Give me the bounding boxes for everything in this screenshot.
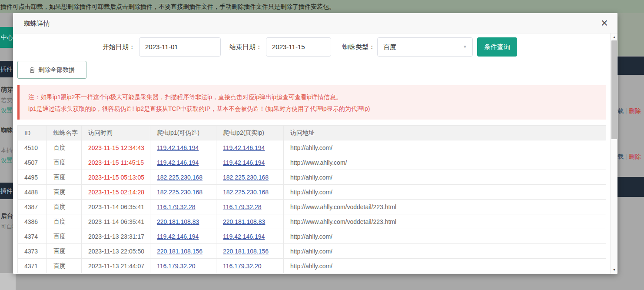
cell-visit-url: http://ahlly.com/ xyxy=(284,259,606,273)
chevron-down-icon: ▼ xyxy=(463,38,467,56)
table-row: 4386百度2023-11-14 06:35:41220.181.108.832… xyxy=(18,214,606,229)
backdrop-table-header-left-1: 插件 xyxy=(0,61,13,77)
cell-ip1-link[interactable]: 119.42.146.194 xyxy=(157,144,199,151)
backdrop-settings-link-1: 设置 xyxy=(1,107,14,114)
cell-visit-time: 2023-11-15 05:13:05 xyxy=(82,170,150,185)
dialog-header: 蜘蛛详情 × xyxy=(13,13,617,33)
cell-spider-name: 百度 xyxy=(47,200,82,214)
backdrop-action-links-1: 载|删除 xyxy=(617,107,644,115)
cell-visit-time: 2023-11-15 02:14:28 xyxy=(82,185,150,200)
cell-spider-name: 百度 xyxy=(47,185,82,200)
cell-id: 4507 xyxy=(18,155,47,170)
cell-visit-url: http://ahlly.com/ xyxy=(284,170,606,185)
cell-id: 4488 xyxy=(18,185,47,200)
cell-id: 4510 xyxy=(18,140,47,155)
end-date-input[interactable]: 2023-11-15 xyxy=(266,37,331,57)
dialog-title: 蜘蛛详情 xyxy=(24,13,50,33)
cell-spider-name: 百度 xyxy=(47,244,82,259)
cell-visit-url: http://www.ahlly.com/voddetail/223.html xyxy=(284,214,606,229)
cell-ip2-link[interactable]: 182.225.230.168 xyxy=(223,174,269,181)
scrollbar-thumb[interactable] xyxy=(611,40,617,139)
backdrop-table-header-left-2: 插件 xyxy=(0,183,13,199)
cell-id: 4373 xyxy=(18,244,47,259)
cell-visit-url: http://www.ahlly.com/ xyxy=(284,155,606,170)
cell-visit-time: 2023-11-15 12:34:43 xyxy=(82,140,150,155)
spider-details-dialog: 蜘蛛详情 × 开始日期： 2023-11-01 结束日期： 2023-11-15… xyxy=(13,13,617,274)
table-row: 4374百度2023-11-13 23:31:17119.42.146.1941… xyxy=(18,229,606,244)
cell-ip1: 116.179.32.20 xyxy=(150,259,216,273)
cell-visit-time: 2023-11-13 23:31:17 xyxy=(82,229,150,244)
start-date-input[interactable]: 2023-11-01 xyxy=(139,37,221,57)
cell-ip2-link[interactable]: 116.179.32.28 xyxy=(223,203,262,210)
backdrop-table-header-right-1 xyxy=(617,57,644,75)
cell-ip1: 220.181.108.156 xyxy=(150,244,216,259)
backdrop-table-header-right-2 xyxy=(617,177,644,197)
cell-id: 4495 xyxy=(18,170,47,185)
cell-ip2-link[interactable]: 220.181.108.156 xyxy=(223,248,269,255)
cell-ip1: 182.225.230.168 xyxy=(150,170,216,185)
cell-ip2: 182.225.230.168 xyxy=(216,185,284,200)
cell-ip2: 119.42.146.194 xyxy=(216,229,284,244)
cell-ip1: 116.179.32.28 xyxy=(150,200,216,214)
column-header-5: 访问地址 xyxy=(284,126,606,140)
cell-ip2-link[interactable]: 116.179.32.20 xyxy=(223,263,262,270)
trash-icon xyxy=(29,67,35,73)
cell-ip2-link[interactable]: 220.181.108.83 xyxy=(223,218,265,225)
dialog-scrollbar[interactable]: ▲ ▼ xyxy=(610,33,617,274)
end-date-label: 结束日期： xyxy=(229,37,262,57)
backdrop-plugin-desc-3: 可自动 xyxy=(1,223,14,230)
ip-notice-box: 注：如果ip1跟ip2不一样这个ip极大可能是采集器，扫描程序等非法ip，直接点… xyxy=(17,85,606,120)
column-header-1: 蜘蛛名字 xyxy=(47,126,82,140)
cell-visit-url: http://ahlly.com/ xyxy=(284,229,606,244)
admin-notice-bar: 插件可点击卸载，如果想删除插件可卸载后点击删除插件，不要直接删插件文件，手动删除… xyxy=(0,0,644,13)
backdrop-settings-link-2: 设置 xyxy=(1,157,14,164)
column-header-3: 爬虫ip1(可伪造) xyxy=(150,126,216,140)
table-row: 4387百度2023-11-14 06:35:41116.179.32.2811… xyxy=(18,200,606,214)
cell-ip2: 182.225.230.168 xyxy=(216,170,284,185)
backdrop-plugin-name-2: 蜘蛛统 xyxy=(1,127,14,134)
backdrop-plugin-desc-2: 本插件 xyxy=(1,147,14,154)
backdrop-plugin-desc-1: 若安装 xyxy=(1,97,14,104)
cell-ip1-link[interactable]: 182.225.230.168 xyxy=(157,174,202,181)
cell-ip2-link[interactable]: 119.42.146.194 xyxy=(223,159,265,166)
backdrop-delete-link-1: 删除 xyxy=(629,107,641,114)
cell-ip1-link[interactable]: 220.181.108.156 xyxy=(157,248,202,255)
table-row: 4371百度2023-11-13 21:44:07116.179.32.2011… xyxy=(18,259,606,273)
spider-type-select[interactable]: 百度 ▼ xyxy=(377,37,473,57)
table-row: 4373百度2023-11-13 22:05:50220.181.108.156… xyxy=(18,244,606,259)
delete-all-data-label: 删除全部数据 xyxy=(38,66,75,74)
cell-ip1-link[interactable]: 182.225.230.168 xyxy=(157,189,202,196)
table-header-row: ID蜘蛛名字访问时间爬虫ip1(可伪造)爬虫ip2(真实ip)访问地址 xyxy=(18,126,606,140)
cell-visit-time: 2023-11-14 06:35:41 xyxy=(82,200,150,214)
cell-ip1-link[interactable]: 119.42.146.194 xyxy=(157,233,199,240)
cell-visit-time: 2023-11-13 22:05:50 xyxy=(82,244,150,259)
cell-spider-name: 百度 xyxy=(47,229,82,244)
cell-spider-name: 百度 xyxy=(47,155,82,170)
cell-visit-url: http://ahlly.com/ xyxy=(284,185,606,200)
table-row: 4488百度2023-11-15 02:14:28182.225.230.168… xyxy=(18,185,606,200)
scroll-down-icon[interactable]: ▼ xyxy=(611,267,617,273)
admin-notice-text: 插件可点击卸载，如果想删除插件可卸载后点击删除插件，不要直接删插件文件，手动删除… xyxy=(0,0,335,13)
cell-ip1-link[interactable]: 116.179.32.28 xyxy=(157,203,196,210)
backdrop-delete-link-2: 删除 xyxy=(629,153,641,160)
cell-spider-name: 百度 xyxy=(47,140,82,155)
cell-ip2: 220.181.108.156 xyxy=(216,244,284,259)
cell-ip2: 116.179.32.20 xyxy=(216,259,284,273)
cell-id: 4387 xyxy=(18,200,47,214)
query-button[interactable]: 条件查询 xyxy=(477,37,517,57)
cell-id: 4371 xyxy=(18,259,47,273)
cell-ip1-link[interactable]: 220.181.108.83 xyxy=(157,218,199,225)
column-header-4: 爬虫ip2(真实ip) xyxy=(216,126,284,140)
cell-ip1-link[interactable]: 116.179.32.20 xyxy=(157,263,196,270)
cell-ip2-link[interactable]: 119.42.146.194 xyxy=(223,144,265,151)
table-row: 4510百度2023-11-15 12:34:43119.42.146.1941… xyxy=(18,140,606,155)
cell-ip2-link[interactable]: 182.225.230.168 xyxy=(223,189,269,196)
cell-ip1: 220.181.108.83 xyxy=(150,214,216,229)
delete-all-data-button[interactable]: 删除全部数据 xyxy=(17,61,86,79)
cell-spider-name: 百度 xyxy=(47,214,82,229)
cell-ip1-link[interactable]: 119.42.146.194 xyxy=(157,159,199,166)
column-header-2: 访问时间 xyxy=(82,126,150,140)
cell-ip2-link[interactable]: 119.42.146.194 xyxy=(223,233,265,240)
close-icon[interactable]: × xyxy=(598,17,611,30)
scroll-up-icon[interactable]: ▲ xyxy=(611,34,617,40)
